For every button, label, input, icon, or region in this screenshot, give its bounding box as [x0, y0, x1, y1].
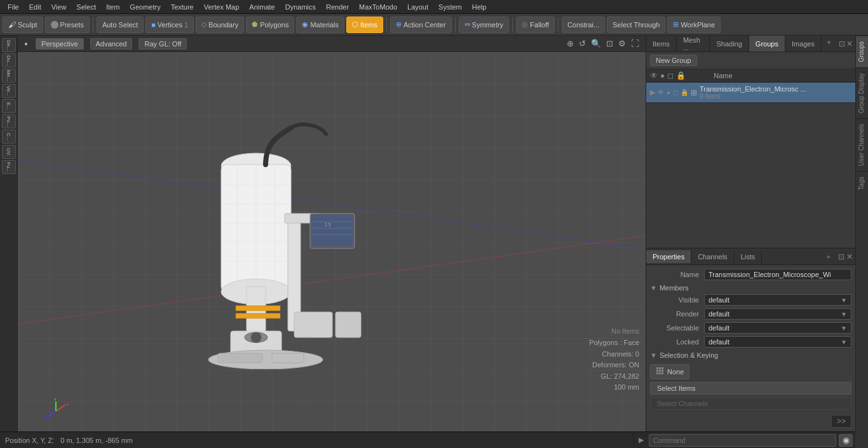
rp-resize-icon[interactable]: ⊡ [839, 39, 845, 48]
menu-help[interactable]: Help [467, 2, 492, 12]
vtab-user-channels[interactable]: User Channels [856, 118, 868, 171]
lmt-btn-3[interactable]: Me... [2, 69, 16, 83]
constraints-button[interactable]: Constrai... [562, 17, 605, 33]
menu-bar: File Edit View Select Item Geometry Text… [0, 0, 868, 14]
falloff-button[interactable]: ◎ Falloff [516, 17, 555, 33]
menu-dynamics[interactable]: Dynamics [280, 2, 321, 12]
menu-vertexmap[interactable]: Vertex Map [199, 2, 245, 12]
gi-expand-icon[interactable]: ▶ [650, 88, 655, 97]
action-center-button[interactable]: ⊕ Action Center [390, 17, 452, 33]
svg-rect-36 [656, 367, 658, 369]
viewport-canvas[interactable]: 2.5 No Items [18, 52, 646, 431]
lmt-btn-8[interactable]: UV. [2, 145, 16, 159]
lmt-btn-2[interactable]: Du... [2, 53, 16, 67]
vp-dot[interactable]: ● [23, 39, 29, 48]
bottom-layout: Position X, Y, Z: 0 m, 1.305 m, -865 mm … [0, 431, 868, 448]
symmetry-button[interactable]: ⇔ Symmetry [459, 17, 510, 33]
items-button[interactable]: ⬡ Items [346, 17, 383, 33]
menu-file[interactable]: File [3, 2, 24, 12]
prop-render-dropdown[interactable]: default ▼ [704, 308, 851, 320]
cmd-search-button[interactable]: ◉ [839, 434, 853, 447]
presets-button[interactable]: Presets [45, 17, 90, 33]
workplane-button[interactable]: ⊞ WorkPlane [667, 17, 721, 33]
sk-select-channels-button[interactable]: Select Channels [650, 397, 851, 410]
rp-tab-mesh[interactable]: Mesh ... [677, 36, 710, 51]
menu-system[interactable]: System [433, 2, 467, 12]
menu-render[interactable]: Render [321, 2, 354, 12]
vp-settings-icon[interactable]: ⚙ [617, 37, 627, 50]
lmt-btn-6[interactable]: Po... [2, 114, 16, 128]
boundary-button[interactable]: ◇ Boundary [196, 17, 244, 33]
materials-button[interactable]: ◉ Materials [296, 17, 344, 33]
sculpt-button[interactable]: 🖌 Sculpt [3, 17, 43, 33]
sk-none-button[interactable]: None [650, 364, 689, 379]
vp-advanced-tab[interactable]: Advanced [90, 38, 133, 50]
menu-item[interactable]: Item [101, 2, 125, 12]
lrp-tab-lists[interactable]: Lists [735, 250, 763, 263]
lmt-btn-9[interactable]: Fu... [2, 160, 16, 174]
bottom-vtabs-space [855, 431, 868, 448]
vtab-group-display[interactable]: Group Display [856, 67, 868, 118]
prop-selectable-dropdown[interactable]: default ▼ [704, 322, 851, 334]
lrp-tab-add[interactable]: + [822, 250, 836, 263]
gh-eye-icon[interactable]: 👁 [650, 71, 658, 80]
prop-locked-dropdown[interactable]: default ▼ [704, 336, 851, 348]
toolbar: 🖌 Sculpt Presets Auto Select ■ Vertices … [0, 14, 868, 36]
menu-animate[interactable]: Animate [244, 2, 280, 12]
rp-tab-shading[interactable]: Shading [710, 36, 749, 51]
vp-frame-icon[interactable]: ⊡ [605, 37, 614, 50]
vertices-count: 1 [184, 21, 188, 29]
lrp-close-icon[interactable]: ✕ [846, 252, 853, 261]
group-item-main[interactable]: ▶ 👁 ● ◻ 🔒 ⊞ Transmission_Electron_Micros… [646, 83, 855, 103]
vp-refresh-icon[interactable]: ↺ [578, 37, 587, 50]
auto-select-button[interactable]: Auto Select [97, 17, 144, 33]
prop-locked-label: Locked [650, 338, 704, 346]
menu-select[interactable]: Select [71, 2, 101, 12]
lmt-btn-4[interactable]: Ve... [2, 84, 16, 98]
sk-select-items-button[interactable]: Select Items [650, 382, 851, 395]
vp-move-icon[interactable]: ⊕ [566, 37, 575, 50]
vp-raygl-tab[interactable]: Ray GL: Off [139, 38, 187, 50]
gh-render-icon[interactable]: ● [660, 71, 665, 80]
menu-view[interactable]: View [46, 2, 72, 12]
vp-search-icon[interactable]: 🔍 [590, 37, 602, 50]
lrp-tab-properties[interactable]: Properties [646, 250, 691, 263]
lrp-resize-icon[interactable]: ⊡ [838, 252, 844, 261]
lmt-btn-7[interactable]: C... [2, 130, 16, 144]
new-group-button[interactable]: New Group [650, 55, 697, 66]
menu-layout[interactable]: Layout [402, 2, 433, 12]
lmt-btn-1[interactable]: De... [2, 38, 16, 52]
groups-top: New Group [646, 52, 855, 69]
prop-visible-dropdown[interactable]: default ▼ [704, 294, 851, 306]
rp-close-icon[interactable]: ✕ [846, 39, 853, 48]
rp-tab-items[interactable]: Items [646, 36, 677, 51]
members-arrow-icon[interactable]: ▼ [650, 284, 657, 292]
polygons-button[interactable]: ⬟ Polygons [246, 17, 294, 33]
gh-lock-icon[interactable]: 🔒 [676, 71, 686, 80]
menu-maxtomode[interactable]: MaxToModo [354, 2, 402, 12]
gh-select-icon[interactable]: ◻ [667, 71, 674, 80]
gi-lock-icon[interactable]: 🔒 [681, 89, 688, 96]
rp-tab-add[interactable]: + [822, 36, 836, 51]
vtab-tags[interactable]: Tags [856, 171, 868, 195]
sk-expand-button[interactable]: >> [831, 415, 851, 428]
prop-locked-row: Locked default ▼ [650, 336, 851, 348]
selkeying-arrow-icon[interactable]: ▼ [650, 351, 657, 359]
select-through-button[interactable]: Select Through [607, 17, 665, 33]
vp-expand-icon[interactable]: ⛶ [630, 37, 641, 50]
command-input[interactable] [649, 434, 836, 447]
lrp-tab-channels[interactable]: Channels [691, 250, 734, 263]
gi-render-icon[interactable]: ● [667, 89, 670, 96]
vertices-button[interactable]: ■ Vertices 1 [146, 17, 194, 33]
gi-eye-icon[interactable]: 👁 [658, 89, 664, 96]
menu-texture[interactable]: Texture [166, 2, 199, 12]
lmt-btn-5[interactable]: E... [2, 99, 16, 113]
vtab-groups[interactable]: Groups [856, 36, 868, 67]
gi-select-icon[interactable]: ◻ [673, 89, 678, 96]
rp-tab-groups[interactable]: Groups [749, 36, 785, 51]
menu-geometry[interactable]: Geometry [125, 2, 165, 12]
menu-edit[interactable]: Edit [24, 2, 46, 12]
prop-name-input[interactable] [704, 269, 851, 280]
vp-perspective-tab[interactable]: Perspective [36, 38, 83, 50]
rp-tab-images[interactable]: Images [785, 36, 822, 51]
